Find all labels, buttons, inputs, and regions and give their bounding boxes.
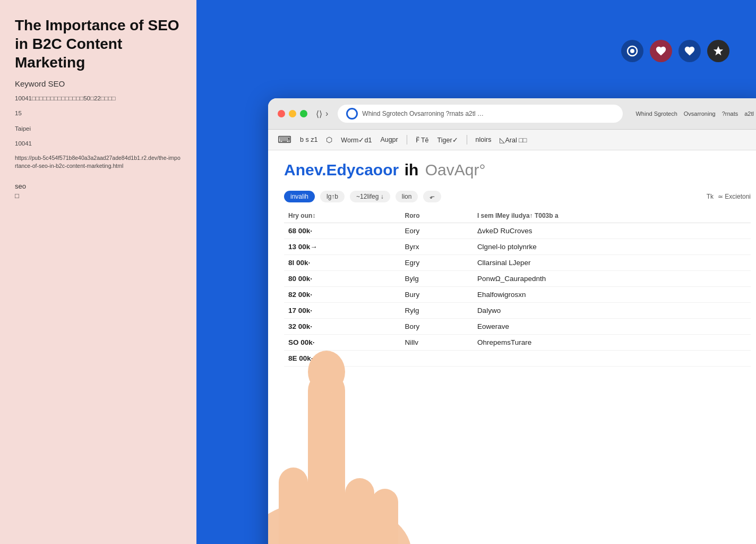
top-icon-1 <box>621 40 643 62</box>
toolbar-item-share[interactable]: ⬡ <box>326 135 332 144</box>
sidebar-url: https://pub-5c454f571b8e40a3a2aad27ade84… <box>15 154 182 171</box>
browser-tab-4[interactable]: a2tl <box>741 110 756 117</box>
address-text: Whind Sgrotech Ovsarroning ?rnats a2tl … <box>362 110 484 117</box>
content-header: Anev.Edycaoor ih OavAqr° <box>284 161 751 179</box>
cell-vol-4: 80 00k· <box>284 271 400 287</box>
table-body: 68 00k· Eory ΔvkeD RuCroves 13 00k→ Byrx… <box>284 223 751 367</box>
filter-pill-3[interactable]: ~12lifeg ↓ <box>350 191 390 202</box>
cell-vol-7: 32 00k· <box>284 319 400 335</box>
toolbar-item-icon[interactable]: ⌨ <box>278 134 291 146</box>
back-icon[interactable]: ⟨⟩ <box>316 109 322 119</box>
cell-roro-6: Rylg <box>400 303 472 319</box>
browser-window: ⟨⟩ › Whind Sgrotech Ovsarroning ?rnats a… <box>268 98 756 544</box>
sidebar-meta-2: 15 <box>15 108 182 118</box>
cell-roro-4: Bylg <box>400 271 472 287</box>
data-table: Hry oun↕ Roro I sem IMey iludya↑ T003b a… <box>284 209 751 367</box>
toolbar-item-3[interactable]: Augpr <box>380 136 398 143</box>
table-row: 68 00k· Eory ΔvkeD RuCroves <box>284 223 751 239</box>
toolbar-item-2[interactable]: Worm✓d1 <box>341 136 372 144</box>
cell-desc-9 <box>473 351 751 367</box>
toolbar-item-7[interactable]: ◺Aral □□ <box>500 136 527 144</box>
browser-toolbar: ⌨ b s z1 ⬡ Worm✓d1 Augpr F̈ Tē Tiger✓ nl… <box>268 130 756 150</box>
sidebar-tag-1: seo <box>15 182 182 190</box>
browser-chrome: ⟨⟩ › Whind Sgrotech Ovsarroning ?rnats a… <box>268 98 756 130</box>
filter-pill-main[interactable]: invalih <box>284 191 315 202</box>
toolbar-sep-2 <box>467 135 467 144</box>
cell-vol-6: 17 00k· <box>284 303 400 319</box>
main-area: ⟨⟩ › Whind Sgrotech Ovsarroning ?rnats a… <box>196 0 756 544</box>
table-row: 32 00k· Bory Eowerave <box>284 319 751 335</box>
traffic-light-red[interactable] <box>278 110 285 117</box>
cell-vol-3: 8l 00k· <box>284 255 400 271</box>
nav-arrows: ⟨⟩ › <box>316 109 328 119</box>
filter-action-2[interactable]: ≃ Excietoni <box>718 193 751 200</box>
top-icon-4 <box>707 40 729 62</box>
sidebar-subtitle: Keyword SEO <box>15 79 182 88</box>
sidebar-tag-2: □ <box>15 192 182 200</box>
page-title: The Importance of SEO in B2C Content Mar… <box>15 16 182 72</box>
table-row: SO 00k· Nillv OhrepemsTurare <box>284 335 751 351</box>
svg-marker-2 <box>714 46 723 55</box>
address-bar[interactable]: Whind Sgrotech Ovsarroning ?rnats a2tl … <box>338 105 623 123</box>
cell-desc-5: Ehalfowigrosxn <box>473 287 751 303</box>
cell-roro-8: Nillv <box>400 335 472 351</box>
browser-content: Anev.Edycaoor ih OavAqr° invalih lg↑b ~1… <box>268 150 756 544</box>
filter-pill-2[interactable]: lg↑b <box>320 191 345 202</box>
sidebar: The Importance of SEO in B2C Content Mar… <box>0 0 196 544</box>
toolbar-item-4[interactable]: F̈ Tē <box>416 136 429 144</box>
cell-vol-2: 13 00k→ <box>284 239 400 255</box>
toolbar-item-5[interactable]: Tiger✓ <box>437 136 458 144</box>
cell-roro-3: Egry <box>400 255 472 271</box>
sidebar-meta-3: Taipei <box>15 124 182 133</box>
traffic-light-green[interactable] <box>300 110 307 117</box>
cell-desc-3: Cllarsinal LJeper <box>473 255 751 271</box>
top-bar-icons <box>621 40 729 62</box>
cell-desc-1: ΔvkeD RuCroves <box>473 223 751 239</box>
table-header: Hry oun↕ Roro I sem IMey iludya↑ T003b a <box>284 209 751 223</box>
sidebar-tags: seo □ <box>15 182 182 200</box>
browser-tabs: Whind Sgrotech Ovsarroning ?rnats a2tl <box>632 110 756 117</box>
sidebar-meta-1: 10041□□□□□□□□□□□□□□50□22□□□□ <box>15 94 182 103</box>
top-icon-2 <box>650 40 672 62</box>
filter-pill-5[interactable]: ⬐ <box>423 191 441 202</box>
toolbar-item-1[interactable]: b s z1 <box>300 136 317 143</box>
cell-vol-5: 82 00k· <box>284 287 400 303</box>
filter-pill-4[interactable]: lion <box>396 191 418 202</box>
cell-desc-6: Dalywo <box>473 303 751 319</box>
content-title-suffix: OavAqr° <box>425 161 486 178</box>
top-icon-3 <box>678 40 701 62</box>
toolbar-sep-1 <box>407 135 407 144</box>
address-circle-icon <box>346 108 358 120</box>
forward-icon[interactable]: › <box>325 109 328 118</box>
col-header-roro: Roro <box>400 209 472 223</box>
content-title-part2: ih <box>405 161 419 178</box>
cell-desc-7: Eowerave <box>473 319 751 335</box>
table-row: 17 00k· Rylg Dalywo <box>284 303 751 319</box>
col-header-vol: Hry oun↕ <box>284 209 400 223</box>
cell-roro-7: Bory <box>400 319 472 335</box>
cell-roro-1: Eory <box>400 223 472 239</box>
filter-row: invalih lg↑b ~12lifeg ↓ lion ⬐ Tk ≃ Exci… <box>284 186 751 209</box>
content-main-title: Anev.Edycaoor <box>284 161 399 178</box>
table-row: 80 00k· Bylg PonwΩ_Caurapednth <box>284 271 751 287</box>
cell-desc-8: OhrepemsTurare <box>473 335 751 351</box>
table-row: 8E 00k· <box>284 351 751 367</box>
cell-desc-4: PonwΩ_Caurapednth <box>473 271 751 287</box>
browser-tab-1[interactable]: Whind Sgrotech <box>632 110 680 117</box>
cell-vol-1: 68 00k· <box>284 223 400 239</box>
table-row: 13 00k→ Byrx Clgnel-lo ptolynrke <box>284 239 751 255</box>
browser-tab-3[interactable]: ?rnats <box>719 110 742 117</box>
sidebar-meta-4: 10041 <box>15 139 182 148</box>
table-row: 8l 00k· Egry Cllarsinal LJeper <box>284 255 751 271</box>
cell-roro-9 <box>400 351 472 367</box>
col-header-desc: I sem IMey iludya↑ T003b a <box>473 209 751 223</box>
traffic-light-yellow[interactable] <box>289 110 296 117</box>
cell-vol-9: 8E 00k· <box>284 351 400 367</box>
toolbar-item-6[interactable]: nloirs <box>476 136 492 143</box>
cell-desc-2: Clgnel-lo ptolynrke <box>473 239 751 255</box>
browser-tab-2[interactable]: Ovsarroning <box>681 110 719 117</box>
cell-vol-8: SO 00k· <box>284 335 400 351</box>
svg-point-1 <box>630 49 634 53</box>
filter-action-1[interactable]: Tk <box>707 193 714 200</box>
table-row: 82 00k· Bury Ehalfowigrosxn <box>284 287 751 303</box>
